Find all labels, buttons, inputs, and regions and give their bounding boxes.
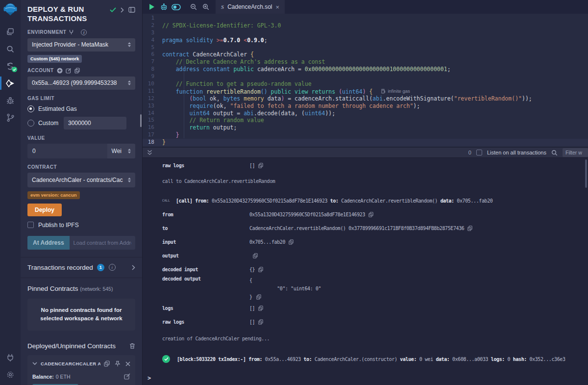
transactions-count-badge: 1 (97, 264, 104, 271)
copy-address-icon[interactable] (104, 360, 110, 367)
add-account-icon[interactable] (57, 68, 63, 74)
copy-icon[interactable] (289, 239, 294, 245)
transactions-recorded-row[interactable]: Transactions recorded 1 i (27, 257, 135, 278)
git-icon[interactable] (0, 109, 21, 126)
remove-contract-icon[interactable] (125, 361, 130, 366)
plugin-manager-icon[interactable] (0, 349, 21, 366)
transactions-recorded-label: Transactions recorded (27, 264, 93, 271)
code-line[interactable]: 5 (143, 44, 588, 51)
line-number: 12 (143, 95, 162, 103)
edit-balance-icon[interactable] (124, 373, 130, 380)
copy-icon[interactable] (258, 267, 263, 272)
account-select[interactable]: 0x55a...46923 (999.9999453238 (27, 77, 135, 90)
code-line[interactable]: 9 (143, 73, 588, 80)
code-editor[interactable]: 12// SPDX-License-Identifier: GPL-3.034p… (143, 14, 588, 147)
custom-gas-radio[interactable]: Custom (27, 117, 135, 129)
clear-deployed-icon[interactable] (129, 343, 135, 349)
code-line[interactable]: 15 // Return random value (143, 117, 588, 124)
code-line[interactable]: 1 (143, 15, 588, 22)
code-line[interactable]: 8 address constant public cadenceArch = … (143, 66, 588, 73)
line-number: 8 (143, 66, 162, 73)
code-line[interactable]: 2// SPDX-License-Identifier: GPL-3.0 (143, 22, 588, 29)
at-address-button[interactable]: At Address (27, 236, 70, 250)
code-text: uint64 output = abi.decode(data, (uint64… (162, 110, 335, 117)
contract-select[interactable]: CadenceArchCaler - contracts/Cac (27, 173, 135, 187)
panel-scrollbar[interactable] (140, 114, 142, 127)
terminal-kv-row: toCadenceArchCaler.revertibleRandom() 0x… (143, 221, 588, 235)
code-line[interactable]: 13 require(ok, "failed to fetch a random… (143, 103, 588, 110)
value-unit-select[interactable]: Wei (107, 144, 135, 158)
collapse-contract-icon[interactable] (32, 362, 37, 365)
estimated-gas-radio[interactable]: Estimated Gas (27, 105, 135, 112)
terminal-search-icon[interactable] (551, 150, 558, 156)
collapse-terminal-icon[interactable] (147, 150, 152, 155)
environment-select[interactable]: Injected Provider - MetaMask (27, 38, 135, 51)
code-line[interactable]: 10 // Function to get a pseudo-random va… (143, 80, 588, 88)
copy-icon[interactable] (258, 319, 263, 325)
gas-limit-label: GAS LIMIT (27, 96, 54, 101)
line-number: 2 (143, 22, 162, 29)
zoom-in-icon[interactable] (199, 0, 212, 14)
code-line[interactable]: 17 } (143, 131, 588, 139)
tab-cadencearch-sol[interactable]: S CadenceArch.sol × (216, 0, 285, 14)
code-line[interactable]: 16 return output; (143, 124, 588, 131)
copy-icon[interactable] (256, 294, 261, 300)
code-line[interactable]: 12 (bool ok, bytes memory data) = cadenc… (143, 95, 588, 103)
at-address-input[interactable] (70, 236, 135, 250)
search-icon[interactable] (0, 40, 21, 57)
copilot-toggle-icon[interactable] (170, 0, 182, 14)
pinned-contracts-title: Pinned Contracts (network: 545) (27, 278, 135, 292)
edit-account-icon[interactable] (66, 68, 72, 74)
deploy-run-icon[interactable] (0, 75, 21, 92)
file-explorer-icon[interactable] (0, 23, 21, 40)
transactions-info-icon[interactable]: i (109, 264, 116, 271)
code-line[interactable]: 14 uint64 output = abi.decode(data, (uin… (143, 110, 588, 117)
code-line[interactable]: 18} (143, 139, 588, 146)
terminal-scrollbar[interactable] (585, 159, 587, 188)
pin-panel-icon[interactable] (128, 7, 135, 13)
copy-icon[interactable] (258, 306, 263, 311)
code-line[interactable]: 3 (143, 29, 588, 37)
terminal-filter-input[interactable] (563, 148, 588, 157)
run-script-icon[interactable] (146, 0, 158, 14)
custom-gas-label: Custom (38, 120, 60, 127)
value-input[interactable]: 0 (27, 148, 107, 154)
settings-gear-icon[interactable] (0, 366, 21, 383)
tab-close-icon[interactable]: × (276, 4, 280, 10)
contract-value: CadenceArchCaler - contracts/Cac (32, 177, 125, 183)
environment-info-icon[interactable]: i (81, 29, 87, 35)
deploy-button[interactable]: Deploy (27, 204, 62, 216)
ai-assistant-icon[interactable] (158, 0, 170, 14)
environment-value: Injected Provider - MetaMask (32, 41, 125, 48)
remix-logo[interactable] (3, 2, 17, 16)
listen-checkbox[interactable] (476, 150, 482, 155)
zoom-out-icon[interactable] (187, 0, 199, 14)
copy-icon[interactable] (467, 226, 472, 231)
copy-icon[interactable] (368, 212, 373, 217)
code-line[interactable]: 11 function revertibleRandom() public vi… (143, 88, 588, 95)
code-text: } (162, 131, 179, 139)
solidity-compiler-icon[interactable] (0, 57, 21, 75)
copy-icon[interactable] (258, 163, 263, 168)
fork-icon[interactable] (69, 29, 74, 35)
code-line[interactable]: 4pragma solidity >=0.7.0 <0.9.0; (143, 37, 588, 44)
code-text: return output; (162, 124, 237, 131)
terminal-row-label: output (162, 253, 249, 258)
debugger-icon[interactable] (0, 92, 21, 109)
pin-contract-icon[interactable] (115, 360, 121, 367)
copy-icon[interactable] (253, 253, 258, 258)
code-line[interactable]: 7 // Declare Cadence Arch's address as a… (143, 58, 588, 66)
line-number: 15 (143, 117, 162, 124)
publish-checkbox[interactable] (27, 222, 34, 228)
publish-ipfs-row[interactable]: Publish to IPFS (27, 222, 135, 229)
terminal[interactable]: raw logs[]call to CadenceArchCaler.rever… (143, 158, 588, 385)
main-area: S CadenceArch.sol × 12// SPDX-License-Id… (142, 0, 588, 385)
panel-chevron-icon[interactable] (121, 7, 124, 13)
custom-gas-input[interactable] (64, 117, 126, 129)
copy-account-icon[interactable] (74, 68, 80, 74)
code-line[interactable]: 6contract CadenceArchCaler { (143, 51, 588, 58)
terminal-block-row[interactable]: [block:5033220 txIndex:-] from: 0x55a...… (143, 352, 588, 366)
expand-transactions-icon[interactable] (132, 265, 135, 270)
terminal-prompt[interactable]: > (147, 375, 151, 382)
terminal-call-row[interactable]: call[call] from: 0x55a1320D432759960C5Df… (143, 194, 588, 207)
